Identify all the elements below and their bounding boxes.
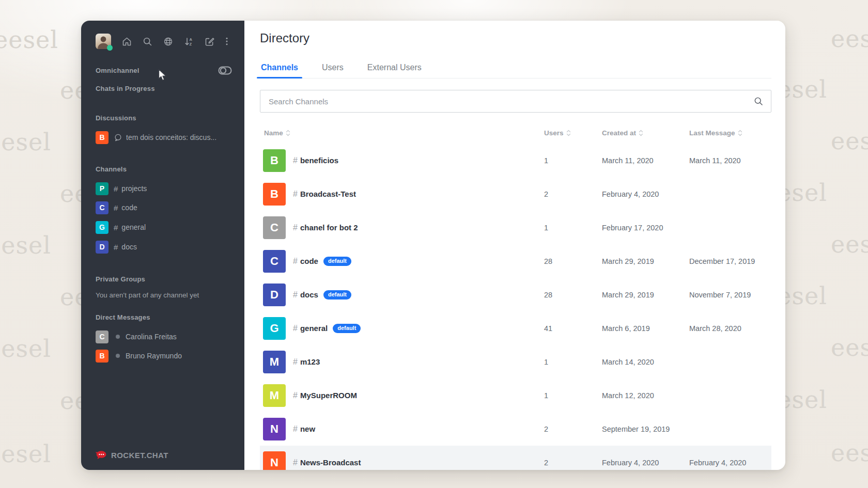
sidebar-item[interactable]: B tem dois conceitos: discus... (96, 129, 233, 146)
search-magnifier-icon (753, 96, 764, 106)
omnichannel-row: Omnichannel (96, 65, 233, 75)
online-status-dot (107, 45, 113, 51)
table-row[interactable]: D # docs default 28 March 29, 2019 Novem… (260, 278, 771, 311)
sidebar-item[interactable]: G # general (96, 218, 233, 236)
watermark-text: eesel (831, 25, 868, 53)
table-row[interactable]: N # News-Broadcast 2 February 4, 2020 Fe… (260, 446, 771, 470)
user-avatar[interactable] (96, 34, 111, 49)
watermark-text: eesel (0, 26, 58, 54)
table-header: Name Users Created at Last Message (260, 126, 771, 139)
created-at: March 29, 2019 (602, 291, 689, 299)
directory-globe-icon[interactable] (158, 32, 178, 51)
channel-name: m123 (300, 357, 320, 366)
section-private-groups: Private Groups (96, 275, 233, 283)
channel-name: code (300, 257, 318, 265)
svg-text:Z: Z (190, 41, 192, 46)
sidebar: AZ Omnichannel Chats in Progress Discuss… (81, 21, 244, 470)
channel-name: News-Broadcast (300, 458, 361, 467)
hash-icon: # (114, 203, 118, 212)
default-badge: default (323, 257, 351, 266)
last-message: November 7, 2019 (689, 291, 771, 299)
private-groups-empty-text: You aren't part of any channel yet (96, 291, 233, 299)
channel-avatar: M (263, 351, 286, 373)
column-header-last-message[interactable]: Last Message (689, 129, 771, 137)
channel-avatar: N (263, 451, 286, 470)
channel-avatar: C (263, 216, 286, 239)
sidebar-header: AZ (96, 32, 233, 51)
created-at: September 19, 2019 (602, 425, 689, 433)
column-header-created-at[interactable]: Created at (602, 129, 689, 137)
watermark-text: eesel (0, 128, 51, 156)
avatar: D (96, 241, 109, 254)
users-count: 1 (544, 391, 602, 400)
table-row[interactable]: C # code default 28 March 29, 2019 Decem… (260, 244, 771, 278)
search-box (260, 90, 771, 113)
sidebar-item[interactable]: B Bruno Raymundo (96, 347, 233, 365)
created-at: February 4, 2020 (602, 190, 689, 198)
tab-users[interactable]: Users (321, 57, 345, 78)
sidebar-item-label: docs (121, 243, 137, 251)
avatar: P (96, 182, 109, 195)
table-row[interactable]: C # chanel for bot 2 1 February 17, 2020 (260, 211, 771, 244)
channels-list: P # projects C # code G # general D # do… (96, 180, 233, 256)
search-input[interactable] (269, 97, 753, 106)
channel-avatar: D (263, 284, 286, 306)
hash-icon: # (293, 324, 298, 333)
users-count: 28 (544, 257, 602, 265)
tab-external-users[interactable]: External Users (366, 57, 423, 78)
hash-icon: # (293, 424, 298, 434)
created-at: February 4, 2020 (602, 459, 689, 467)
channel-name: beneficios (300, 156, 338, 165)
kebab-menu-icon[interactable] (220, 32, 233, 51)
hash-icon: # (114, 223, 118, 232)
tab-channels[interactable]: Channels (260, 57, 299, 78)
table-row[interactable]: N # new 2 September 19, 2019 (260, 412, 771, 446)
hash-icon: # (293, 458, 298, 467)
hash-icon: # (293, 357, 298, 367)
table-row[interactable]: M # m123 1 March 14, 2020 (260, 345, 771, 379)
section-channels: Channels (96, 165, 233, 173)
last-message: February 4, 2020 (689, 459, 771, 467)
column-header-users[interactable]: Users (544, 129, 602, 137)
table-row[interactable]: B # Broadcast-Test 2 February 4, 2020 (260, 177, 771, 211)
sidebar-item[interactable]: D # docs (96, 238, 233, 256)
table-row[interactable]: G # general default 41 March 6, 2019 Mar… (260, 311, 771, 345)
tab-bar: Channels Users External Users (260, 57, 771, 78)
new-channel-icon[interactable] (199, 32, 220, 51)
sidebar-item[interactable]: C # code (96, 199, 233, 216)
default-badge: default (323, 290, 351, 300)
sidebar-item-label: code (121, 203, 137, 212)
watermark-text: eesel (0, 335, 51, 363)
table-row[interactable]: B # beneficios 1 March 11, 2020 March 11… (260, 144, 771, 177)
users-count: 28 (544, 291, 602, 299)
sort-icon[interactable]: AZ (179, 32, 199, 51)
sort-arrows-icon (639, 130, 643, 136)
section-discussions: Discussions (96, 114, 233, 122)
column-header-name[interactable]: Name (260, 129, 544, 137)
name-cell: B # beneficios (260, 149, 544, 172)
watermark-text: eesel (831, 127, 868, 155)
home-icon[interactable] (116, 32, 137, 51)
watermark-text: eesel (831, 230, 868, 258)
hash-icon: # (293, 257, 298, 266)
omnichannel-label: Omnichannel (96, 67, 140, 74)
name-cell: N # new (260, 418, 544, 440)
created-at: March 29, 2019 (602, 257, 689, 265)
search-icon[interactable] (137, 32, 158, 51)
channel-avatar: B (263, 149, 286, 172)
sidebar-item[interactable]: P # projects (96, 180, 233, 197)
omnichannel-toggle[interactable] (218, 66, 232, 75)
offline-status-dot (114, 354, 122, 358)
hash-icon: # (293, 190, 298, 199)
chats-in-progress[interactable]: Chats in Progress (96, 85, 233, 92)
discussions-list: B tem dois conceitos: discus... (96, 129, 233, 146)
direct-messages-list: C Carolina Freitas B Bruno Raymundo (96, 328, 233, 365)
hash-icon: # (114, 243, 118, 251)
name-cell: G # general default (260, 317, 544, 340)
table-row[interactable]: M # MySuperROOM 1 March 12, 2020 (260, 379, 771, 412)
channel-avatar: C (263, 250, 286, 273)
rocketchat-logo: ROCKET.CHAT (96, 449, 168, 461)
users-count: 2 (544, 190, 602, 198)
offline-status-dot (114, 335, 122, 339)
sidebar-item[interactable]: C Carolina Freitas (96, 328, 233, 345)
